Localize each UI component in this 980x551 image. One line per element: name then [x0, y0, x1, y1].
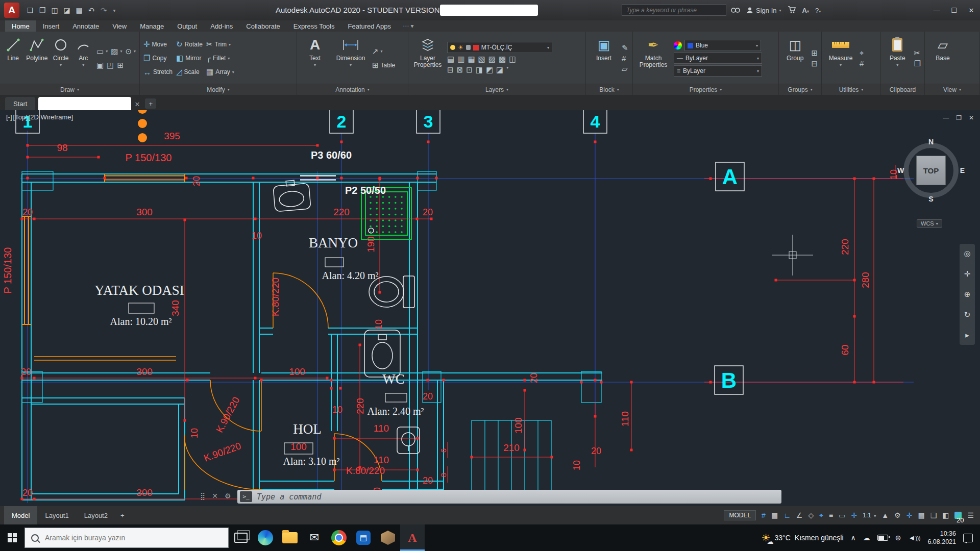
ribbon-tab-featured-apps[interactable]: Featured Apps [341, 20, 398, 32]
cart-icon[interactable] [788, 6, 796, 15]
grip-dot[interactable] [600, 381, 603, 384]
grid-bubble-4[interactable]: 4 [591, 112, 600, 131]
drawing-label[interactable]: 10 [374, 319, 384, 330]
lineweight-icon[interactable]: ≡ [829, 511, 833, 519]
copy-button[interactable]: ❐Copy [143, 52, 173, 64]
battery-icon[interactable] [877, 535, 888, 541]
layer-lock-tool-icon[interactable]: ▧ [478, 55, 485, 64]
grip-dot[interactable] [21, 218, 23, 220]
viewport-visual-style-control[interactable]: [2D Wireframe] [29, 113, 73, 121]
grip-dot[interactable] [254, 218, 257, 220]
layer-off-icon[interactable]: ▤ [447, 55, 454, 64]
drawing-label[interactable]: 10 [572, 460, 582, 470]
grip-dot[interactable] [709, 381, 712, 384]
model-space-button[interactable]: MODEL [724, 510, 756, 520]
grip-dot[interactable] [185, 177, 188, 180]
grid-bubble-A[interactable]: A [722, 165, 738, 189]
ribbon-tab-insert[interactable]: Insert [36, 20, 66, 32]
drawing-label[interactable]: K.80/220 [270, 278, 281, 316]
layout-tab-layout1[interactable]: Layout1 [37, 506, 76, 524]
grip-dot[interactable] [594, 141, 597, 143]
autocad-logo[interactable]: A [4, 3, 19, 18]
notification-center-icon[interactable] [963, 534, 973, 542]
layer-merge-icon[interactable]: ◩ [486, 65, 493, 74]
circle-button[interactable]: Circle▾ [51, 34, 70, 83]
grip-dot[interactable] [184, 219, 186, 221]
grip-dot[interactable] [594, 415, 597, 418]
full-navigation-wheel-icon[interactable]: ◎ [964, 249, 970, 258]
layer-match-icon[interactable]: ▨ [488, 55, 496, 64]
drawing-label[interactable]: 20 [21, 367, 31, 377]
drawing-label[interactable]: 10 [189, 428, 200, 438]
taskbar-edge[interactable] [253, 524, 278, 551]
grip-dot[interactable] [416, 469, 419, 471]
panel-label-properties[interactable]: Properties▾ [633, 84, 778, 95]
grip-dot[interactable] [630, 449, 633, 452]
group-edit-icon[interactable]: ⊟ [811, 59, 818, 68]
grip-dot[interactable] [430, 218, 433, 220]
drawing-label[interactable]: 110 [374, 455, 389, 465]
start-button[interactable] [0, 524, 24, 551]
grid-bubble-B[interactable]: B [721, 368, 737, 392]
taskbar-clock[interactable]: 10:36 6.08.2021 [927, 530, 956, 546]
drawing-label[interactable]: 190 [365, 236, 376, 253]
copy-clip-icon[interactable]: ❐ [914, 59, 921, 68]
grip-dot[interactable] [427, 141, 430, 143]
ungroup-icon[interactable]: ⊞ [811, 48, 818, 58]
active-drawing-tab-redacted[interactable] [38, 97, 131, 110]
drawing-label[interactable]: Alan: 3.10 m² [283, 456, 340, 467]
new-tab-button[interactable]: + [145, 98, 156, 109]
drawing-label[interactable]: 280 [860, 272, 871, 288]
grip-dot[interactable] [853, 178, 856, 180]
grip-dot[interactable] [316, 144, 319, 147]
maximize-button[interactable]: ☐ [945, 0, 963, 20]
grid-bubble-2[interactable]: 2 [337, 112, 347, 131]
volume-icon[interactable]: ◄))) [909, 534, 921, 542]
drawing-label[interactable]: 100 [290, 441, 307, 452]
block-create-icon[interactable]: ▱ [622, 64, 628, 73]
annotation-visibility-icon[interactable]: ▲ [881, 511, 889, 519]
grip-dot[interactable] [260, 379, 263, 382]
save-icon[interactable]: ◫ [49, 4, 60, 16]
minimize-button[interactable]: — [928, 0, 945, 20]
drawing-label[interactable]: 20 [591, 446, 601, 456]
drawing-label[interactable]: P2 50/50 [345, 185, 386, 196]
sign-in-button[interactable]: Sign In▾ [746, 7, 781, 14]
rectangle-tool-icon[interactable]: ▭▾ [96, 45, 108, 58]
taskbar-file-explorer[interactable] [278, 524, 302, 551]
pan-icon[interactable]: ✛ [964, 269, 971, 279]
panel-label-layers[interactable]: Layers▾ [408, 84, 585, 95]
panel-label-clipboard[interactable]: Clipboard [881, 84, 924, 95]
qat-customize-icon[interactable]: ▾ [109, 4, 120, 16]
panel-label-modify[interactable]: Modify▾ [140, 84, 297, 95]
layer-dropdown[interactable]: ☀ MT-ÖLÇ.İÇ ▾ [447, 42, 552, 53]
new-file-icon[interactable]: ❏ [24, 4, 36, 16]
boundary-tool-icon[interactable]: ◰ [107, 59, 114, 71]
grip-dot[interactable] [630, 381, 633, 384]
grip-dot[interactable] [97, 156, 100, 159]
drawing-label[interactable]: 100 [289, 366, 305, 377]
search-binoculars-icon[interactable] [731, 6, 740, 15]
zoom-extents-icon[interactable]: ⊕ [964, 290, 971, 299]
drawing-label[interactable]: 20 [191, 176, 202, 186]
ribbon-overflow-icon[interactable]: ⋯ ▾ [398, 20, 419, 32]
layer-properties-button[interactable]: Layer Properties [412, 34, 444, 83]
drawing-label[interactable]: YATAK ODASI [94, 283, 184, 298]
compass-north[interactable]: N [928, 138, 934, 146]
grip-dot[interactable] [339, 387, 342, 390]
drawing-label[interactable]: 10 [252, 231, 262, 241]
ribbon-tab-annotate[interactable]: Annotate [66, 20, 106, 32]
grip-dot[interactable] [27, 144, 29, 147]
grip-dot[interactable] [326, 377, 329, 380]
drawing-label[interactable]: 8 [439, 473, 448, 477]
grip-dot[interactable] [379, 291, 381, 294]
stretch-button[interactable]: ↔Stretch [143, 66, 173, 78]
grid-bubble-3[interactable]: 3 [424, 112, 433, 131]
measure-button[interactable]: Measure▾ [825, 34, 856, 83]
drawing-label[interactable]: Alan: 10.20 m² [110, 316, 172, 327]
layer-thaw-all-icon[interactable]: ⊠ [457, 65, 463, 74]
point-tool-icon[interactable]: ⊞ [117, 59, 124, 71]
panel-label-groups[interactable]: Groups▾ [779, 84, 821, 95]
drawing-label[interactable]: 6 [439, 448, 448, 453]
ellipse-tool-icon[interactable]: ⊙▾ [125, 45, 136, 58]
